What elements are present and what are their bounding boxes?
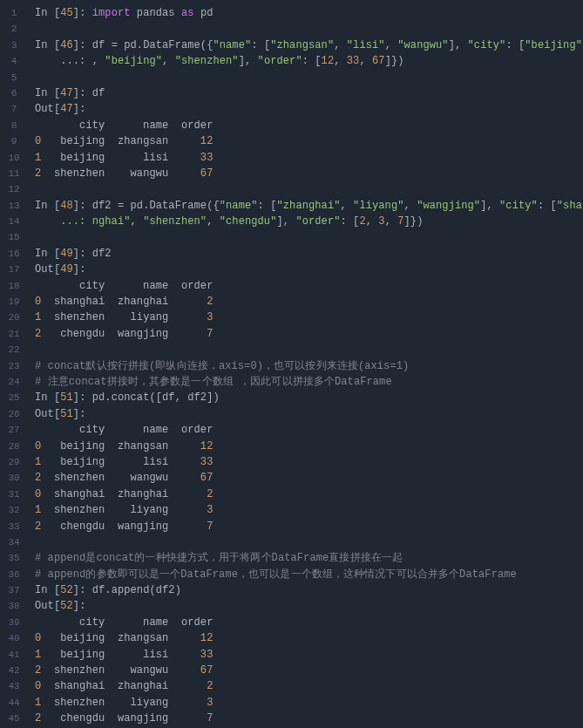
line-number: 26 bbox=[0, 406, 28, 422]
code-line: In [49]: df2 bbox=[35, 246, 583, 262]
line-number: 1 bbox=[0, 5, 28, 21]
line-number: 4 bbox=[0, 53, 28, 69]
code-line bbox=[35, 534, 583, 550]
line-number: 20 bbox=[0, 310, 28, 325]
code-line: In [47]: df bbox=[35, 85, 583, 101]
code-line: In [45]: import pandas as pd bbox=[35, 5, 583, 21]
code-line: # concat默认按行拼接(即纵向连接，axis=0)，也可以按列来连接(ax… bbox=[35, 358, 583, 374]
code-line bbox=[35, 229, 583, 245]
line-number: 31 bbox=[0, 486, 28, 502]
code-content[interactable]: In [45]: import pandas as pd In [46]: df… bbox=[28, 0, 583, 728]
code-line: # append的参数即可以是一个DataFrame，也可以是一个数组，这种情况… bbox=[35, 567, 583, 582]
line-number: 14 bbox=[0, 214, 28, 229]
code-line: In [52]: df.append(df2) bbox=[35, 582, 583, 598]
code-line: 2 shenzhen wangwu 67 bbox=[35, 470, 583, 486]
line-number: 35 bbox=[0, 550, 28, 566]
line-number: 5 bbox=[0, 70, 28, 85]
line-number: 37 bbox=[0, 582, 28, 598]
line-number: 22 bbox=[0, 342, 28, 357]
line-number: 23 bbox=[0, 358, 28, 374]
code-line bbox=[35, 21, 583, 37]
line-number: 18 bbox=[0, 278, 28, 294]
code-line: 2 chengdu wangjing 7 bbox=[35, 711, 583, 726]
line-number: 7 bbox=[0, 101, 28, 117]
code-line: 1 beijing lisi 33 bbox=[35, 454, 583, 470]
code-line: city name order bbox=[35, 422, 583, 438]
code-line: # append是concat的一种快捷方式，用于将两个DataFrame直接拼… bbox=[35, 550, 583, 566]
line-number: 42 bbox=[0, 663, 28, 678]
line-number: 36 bbox=[0, 567, 28, 582]
code-line: Out[49]: bbox=[35, 262, 583, 277]
line-number: 44 bbox=[0, 695, 28, 711]
line-number: 17 bbox=[0, 262, 28, 277]
line-number: 10 bbox=[0, 150, 28, 166]
code-line: 1 shenzhen liyang 3 bbox=[35, 695, 583, 711]
code-line: 2 chengdu wangjing 7 bbox=[35, 326, 583, 342]
line-number: 38 bbox=[0, 598, 28, 614]
line-number: 45 bbox=[0, 711, 28, 726]
line-number: 33 bbox=[0, 519, 28, 534]
code-line: In [46]: df = pd.DataFrame({"name": ["zh… bbox=[35, 37, 583, 53]
code-line: 0 shanghai zhanghai 2 bbox=[35, 294, 583, 310]
code-line: city name order bbox=[35, 278, 583, 294]
code-line: 2 shenzhen wangwu 67 bbox=[35, 166, 583, 181]
code-line: 0 beijing zhangsan 12 bbox=[35, 630, 583, 646]
line-number: 34 bbox=[0, 534, 28, 550]
code-line: In [48]: df2 = pd.DataFrame({"name": ["z… bbox=[35, 198, 583, 214]
line-number: 8 bbox=[0, 118, 28, 133]
code-line: Out[47]: bbox=[35, 101, 583, 117]
line-number: 6 bbox=[0, 85, 28, 101]
line-number: 32 bbox=[0, 502, 28, 518]
code-line: 1 shenzhen liyang 3 bbox=[35, 502, 583, 518]
code-line: city name order bbox=[35, 615, 583, 630]
code-line: ...: nghai", "shenzhen", "chengdu"], "or… bbox=[35, 214, 583, 229]
code-line: 2 shenzhen wangwu 67 bbox=[35, 663, 583, 678]
code-line: Out[51]: bbox=[35, 406, 583, 422]
code-line: 2 chengdu wangjing 7 bbox=[35, 519, 583, 534]
code-line: 0 shanghai zhanghai 2 bbox=[35, 486, 583, 502]
line-number: 21 bbox=[0, 326, 28, 342]
line-number-gutter: 1234567891011121314151617181920212223242… bbox=[0, 0, 28, 728]
code-line: # 注意concat拼接时，其参数是一个数组 ，因此可以拼接多个DataFram… bbox=[35, 374, 583, 390]
code-line bbox=[35, 181, 583, 197]
line-number: 3 bbox=[0, 37, 28, 53]
code-line: city name order bbox=[35, 118, 583, 133]
line-number: 2 bbox=[0, 21, 28, 37]
line-number: 25 bbox=[0, 390, 28, 405]
code-line bbox=[35, 70, 583, 85]
line-number: 29 bbox=[0, 454, 28, 470]
line-number: 41 bbox=[0, 647, 28, 663]
code-line: 1 shenzhen liyang 3 bbox=[35, 310, 583, 325]
line-number: 27 bbox=[0, 422, 28, 438]
line-number: 40 bbox=[0, 630, 28, 646]
code-line: 1 beijing lisi 33 bbox=[35, 647, 583, 663]
line-number: 9 bbox=[0, 133, 28, 149]
code-line: 0 shanghai zhanghai 2 bbox=[35, 678, 583, 694]
line-number: 24 bbox=[0, 374, 28, 390]
code-line: In [51]: pd.concat([df, df2]) bbox=[35, 390, 583, 405]
code-line: ...: , "beijing", "shenzhen"], "order": … bbox=[35, 53, 583, 69]
line-number: 16 bbox=[0, 246, 28, 262]
code-line: 1 beijing lisi 33 bbox=[35, 150, 583, 166]
line-number: 39 bbox=[0, 615, 28, 630]
line-number: 11 bbox=[0, 166, 28, 181]
line-number: 15 bbox=[0, 229, 28, 245]
line-number: 28 bbox=[0, 439, 28, 454]
line-number: 19 bbox=[0, 294, 28, 310]
line-number: 12 bbox=[0, 181, 28, 197]
line-number: 13 bbox=[0, 198, 28, 214]
code-line: Out[52]: bbox=[35, 598, 583, 614]
line-number: 43 bbox=[0, 678, 28, 694]
code-line: 0 beijing zhangsan 12 bbox=[35, 133, 583, 149]
code-line bbox=[35, 342, 583, 357]
code-line: 0 beijing zhangsan 12 bbox=[35, 439, 583, 454]
line-number: 30 bbox=[0, 470, 28, 486]
